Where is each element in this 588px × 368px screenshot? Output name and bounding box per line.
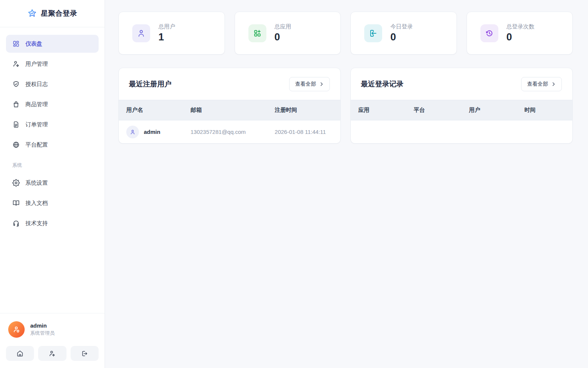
sidebar-item-dashboard[interactable]: 仪表盘 [6, 35, 99, 53]
sidebar-item-label: 平台配置 [25, 141, 48, 148]
logout-button[interactable] [71, 346, 99, 361]
stat-label: 总登录次数 [507, 23, 535, 30]
table-row[interactable]: admin 1302357281@qq.com 2026-01-08 11:44… [119, 120, 340, 143]
login-icon [364, 24, 382, 42]
document-icon [12, 121, 20, 128]
stat-value: 1 [158, 31, 175, 43]
stat-card-today-logins: 今日登录 0 [350, 12, 457, 55]
view-all-label: 查看全部 [295, 81, 316, 88]
column-header: 邮箱 [183, 107, 267, 114]
user-icon [126, 126, 139, 138]
user-gear-icon [49, 350, 56, 357]
cell-email: 1302357281@qq.com [183, 129, 267, 135]
sidebar-item-label: 仪表盘 [25, 40, 42, 47]
profile-settings-button[interactable] [38, 346, 66, 361]
user-name: admin [30, 322, 55, 329]
sidebar-item-platform-config[interactable]: 平台配置 [6, 136, 99, 154]
sidebar-item-system-settings[interactable]: 系统设置 [6, 174, 99, 192]
recent-logins-panel: 最近登录记录 查看全部 应用 平台 用户 时间 [350, 68, 573, 144]
sidebar-item-auth-logs[interactable]: 授权日志 [6, 75, 99, 93]
sidebar: 星聚合登录 仪表盘 用户 [0, 0, 105, 368]
main-content: 总用户 1 总应用 0 [105, 0, 588, 368]
gear-icon [12, 179, 20, 187]
home-icon [16, 350, 24, 357]
stat-label: 总用户 [158, 23, 175, 30]
chevron-right-icon [551, 82, 556, 86]
clock-history-icon [480, 24, 498, 42]
cell-register-time: 2026-01-08 11:44:11 [267, 129, 340, 135]
user-icon [132, 24, 150, 42]
stat-label: 今日登录 [390, 23, 413, 30]
view-all-users-button[interactable]: 查看全部 [289, 77, 330, 91]
stat-value: 0 [390, 31, 413, 43]
stat-card-total-logins: 总登录次数 0 [467, 12, 573, 55]
shield-check-icon [12, 80, 20, 88]
cell-username: admin [144, 129, 160, 135]
sidebar-item-label: 系统设置 [25, 180, 48, 187]
sidebar-item-label: 技术支持 [25, 220, 48, 227]
sidebar-item-docs[interactable]: 接入文档 [6, 194, 99, 212]
column-header: 用户 [462, 107, 517, 114]
current-user: admin 系统管理员 [6, 321, 99, 338]
home-button[interactable] [6, 346, 34, 361]
sidebar-item-label: 订单管理 [25, 121, 48, 128]
sidebar-footer: admin 系统管理员 [0, 313, 105, 368]
column-header: 用户名 [119, 107, 183, 114]
stat-label: 总应用 [275, 23, 291, 30]
sidebar-item-users[interactable]: 用户管理 [6, 55, 99, 73]
user-role: 系统管理员 [30, 330, 55, 337]
column-header: 平台 [406, 107, 461, 114]
avatar [8, 321, 25, 338]
column-header: 时间 [517, 107, 572, 114]
headset-icon [12, 220, 20, 227]
users-table-header: 用户名 邮箱 注册时间 [119, 100, 340, 120]
logout-icon [81, 350, 88, 357]
shopping-bag-icon [12, 101, 20, 108]
stat-card-total-apps: 总应用 0 [235, 12, 341, 55]
stat-value: 0 [507, 31, 535, 43]
chevron-right-icon [319, 82, 324, 86]
stat-cards: 总用户 1 总应用 0 [118, 12, 573, 55]
sidebar-item-label: 接入文档 [25, 200, 48, 207]
book-open-icon [12, 199, 20, 207]
view-all-logins-button[interactable]: 查看全部 [521, 77, 562, 91]
view-all-label: 查看全部 [527, 81, 548, 88]
star-badge-icon [27, 9, 37, 18]
dashboard-icon [12, 40, 20, 47]
sidebar-item-support[interactable]: 技术支持 [6, 214, 99, 232]
sidebar-item-products[interactable]: 商品管理 [6, 95, 99, 113]
grid-plus-icon [248, 24, 266, 42]
sidebar-item-label: 商品管理 [25, 101, 48, 108]
stat-value: 0 [275, 31, 291, 43]
footer-buttons [6, 346, 99, 361]
stat-card-total-users: 总用户 1 [118, 12, 225, 55]
sidebar-item-orders[interactable]: 订单管理 [6, 116, 99, 134]
app-logo: 星聚合登录 [0, 0, 105, 27]
logins-table-header: 应用 平台 用户 时间 [351, 100, 572, 120]
user-gear-icon [12, 60, 20, 68]
sidebar-section-system: 系统 [6, 156, 99, 174]
panel-title: 最近登录记录 [361, 79, 403, 89]
app-title: 星聚合登录 [41, 9, 77, 18]
sidebar-item-label: 用户管理 [25, 61, 48, 68]
sidebar-nav: 仪表盘 用户管理 授权日志 [0, 27, 105, 234]
column-header: 应用 [351, 107, 406, 114]
recent-users-panel: 最近注册用户 查看全部 用户名 邮箱 注册时间 [118, 68, 341, 144]
sidebar-item-label: 授权日志 [25, 81, 48, 88]
dashboard-panels: 最近注册用户 查看全部 用户名 邮箱 注册时间 [118, 68, 573, 144]
empty-table-body [351, 120, 572, 143]
panel-title: 最近注册用户 [129, 79, 171, 89]
globe-icon [12, 141, 20, 148]
column-header: 注册时间 [267, 107, 340, 114]
